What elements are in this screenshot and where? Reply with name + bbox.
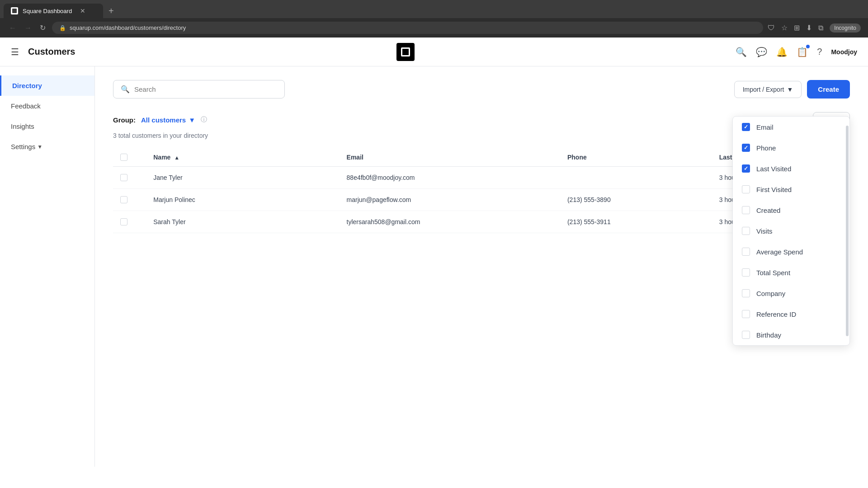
column-picker-item[interactable]: Last Visited xyxy=(733,158,849,179)
column-picker-item[interactable]: First Visited xyxy=(733,179,849,200)
shield-icon[interactable]: 🛡 xyxy=(768,24,775,32)
column-picker-item[interactable]: Phone xyxy=(733,137,849,158)
row-phone xyxy=(560,167,712,189)
row-name: Marjun Polinec xyxy=(146,189,339,211)
info-icon[interactable]: ⓘ xyxy=(201,116,207,124)
bookmark-star-icon[interactable]: ☆ xyxy=(781,23,788,32)
column-checkbox-unchecked[interactable] xyxy=(742,331,750,339)
column-picker-item[interactable]: Company xyxy=(733,283,849,304)
column-picker-item-label: Company xyxy=(756,290,785,297)
clipboard-icon[interactable]: 📋 xyxy=(797,47,808,57)
row-checkbox[interactable] xyxy=(120,174,127,181)
toolbar-right: Import / Export ▼ Create xyxy=(734,80,850,99)
search-box[interactable]: 🔍 xyxy=(113,80,285,99)
url-text: squarup.com/dashboard/customers/director… xyxy=(70,24,186,31)
col-email-header[interactable]: Email xyxy=(340,148,560,167)
column-picker-item[interactable]: Created xyxy=(733,200,849,221)
column-checkbox-unchecked[interactable] xyxy=(742,185,750,193)
create-button[interactable]: Create xyxy=(807,80,850,99)
search-input[interactable] xyxy=(134,85,277,93)
user-avatar[interactable]: Moodjoy xyxy=(831,48,857,56)
sidebar-item-directory[interactable]: Directory xyxy=(0,75,94,96)
select-all-header[interactable] xyxy=(113,148,146,167)
sidebar-item-feedback[interactable]: Feedback xyxy=(0,96,94,116)
col-name-header[interactable]: Name ▲ xyxy=(146,148,339,167)
row-checkbox-cell[interactable] xyxy=(113,211,146,233)
chat-icon[interactable]: 💬 xyxy=(756,47,767,57)
import-export-label: Import / Export xyxy=(743,86,784,93)
column-checkbox-unchecked[interactable] xyxy=(742,310,750,318)
new-tab-button[interactable]: + xyxy=(103,4,119,18)
group-label: Group: xyxy=(113,116,136,124)
search-icon[interactable]: 🔍 xyxy=(736,47,747,57)
column-checkbox-unchecked[interactable] xyxy=(742,268,750,277)
app: ☰ Customers 🔍 💬 🔔 📋 ? Moodjoy Directory … xyxy=(0,38,868,467)
import-export-button[interactable]: Import / Export ▼ xyxy=(734,81,802,98)
tab-manager-icon[interactable]: ⊞ xyxy=(794,23,800,32)
column-picker-item[interactable]: Birthday xyxy=(733,324,849,345)
col-phone-header[interactable]: Phone xyxy=(560,148,712,167)
browser-tab[interactable]: Square Dashboard ✕ xyxy=(4,4,103,18)
sidebar-item-insights-label: Insights xyxy=(11,122,34,130)
column-picker-item-label: Average Spend xyxy=(756,248,803,256)
column-checkbox-checked[interactable] xyxy=(742,164,750,173)
row-email: marjun@pageflow.com xyxy=(340,189,560,211)
chevron-down-icon: ▼ xyxy=(787,86,793,93)
column-checkbox-checked[interactable] xyxy=(742,144,750,152)
column-picker-item[interactable]: Total Spent xyxy=(733,262,849,283)
row-checkbox[interactable] xyxy=(120,196,127,203)
select-all-checkbox[interactable] xyxy=(120,154,127,161)
row-checkbox[interactable] xyxy=(120,218,127,225)
help-icon[interactable]: ? xyxy=(817,47,822,57)
sidebar-item-insights[interactable]: Insights xyxy=(0,116,94,136)
sort-icon: ▲ xyxy=(174,155,179,161)
column-checkbox-unchecked[interactable] xyxy=(742,248,750,256)
column-picker-item-label: Created xyxy=(756,206,780,214)
column-checkbox-unchecked[interactable] xyxy=(742,206,750,214)
extensions-icon[interactable]: ⧉ xyxy=(818,24,823,32)
nav-right-icons: 🔍 💬 🔔 📋 ? Moodjoy xyxy=(736,47,857,57)
group-value-text: All customers xyxy=(141,116,186,124)
row-checkbox-cell[interactable] xyxy=(113,189,146,211)
square-logo xyxy=(396,43,415,61)
row-checkbox-cell[interactable] xyxy=(113,167,146,189)
body-layout: Directory Feedback Insights Settings ▼ 🔍 xyxy=(0,66,868,467)
tab-favicon xyxy=(11,7,18,14)
column-checkbox-checked[interactable] xyxy=(742,123,750,131)
nav-center xyxy=(84,43,726,61)
sidebar: Directory Feedback Insights Settings ▼ xyxy=(0,66,95,467)
column-picker-dropdown[interactable]: Email Phone Last Visited First Visited C… xyxy=(732,116,850,346)
column-picker-item[interactable]: Average Spend xyxy=(733,241,849,262)
dropdown-scrollbar[interactable] xyxy=(846,126,849,336)
group-value[interactable]: All customers ▼ xyxy=(141,116,195,124)
col-phone-label: Phone xyxy=(567,154,587,161)
column-picker-item-label: Email xyxy=(756,123,774,131)
notification-icon[interactable]: 🔔 xyxy=(776,47,788,57)
column-checkbox-unchecked[interactable] xyxy=(742,227,750,235)
back-button[interactable]: ← xyxy=(7,22,18,34)
tab-bar: Square Dashboard ✕ + xyxy=(0,0,868,18)
reload-button[interactable]: ↻ xyxy=(38,22,47,34)
row-phone: (213) 555-3890 xyxy=(560,189,712,211)
chevron-down-icon: ▼ xyxy=(37,144,42,150)
tab-close-button[interactable]: ✕ xyxy=(80,7,85,14)
row-name: Sarah Tyler xyxy=(146,211,339,233)
browser-nav-icons: 🛡 ☆ ⊞ ⬇ ⧉ Incognito xyxy=(768,23,861,33)
sidebar-item-directory-label: Directory xyxy=(12,82,42,89)
column-picker-item-label: Birthday xyxy=(756,331,781,339)
sidebar-item-settings[interactable]: Settings ▼ xyxy=(0,136,94,157)
forward-button[interactable]: → xyxy=(23,22,33,34)
app-title: Customers xyxy=(28,47,75,57)
column-picker-item-label: Last Visited xyxy=(756,165,791,173)
column-checkbox-unchecked[interactable] xyxy=(742,289,750,297)
column-picker-item-label: Visits xyxy=(756,227,773,235)
notification-badge xyxy=(806,45,810,48)
download-icon[interactable]: ⬇ xyxy=(806,23,812,32)
column-picker-item[interactable]: Reference ID xyxy=(733,304,849,324)
column-picker-item[interactable]: Email xyxy=(733,117,849,137)
column-picker-item-label: Total Spent xyxy=(756,269,790,277)
row-phone: (213) 555-3911 xyxy=(560,211,712,233)
hamburger-icon[interactable]: ☰ xyxy=(11,47,19,57)
address-bar[interactable]: 🔒 squarup.com/dashboard/customers/direct… xyxy=(52,22,763,34)
column-picker-item[interactable]: Visits xyxy=(733,221,849,241)
